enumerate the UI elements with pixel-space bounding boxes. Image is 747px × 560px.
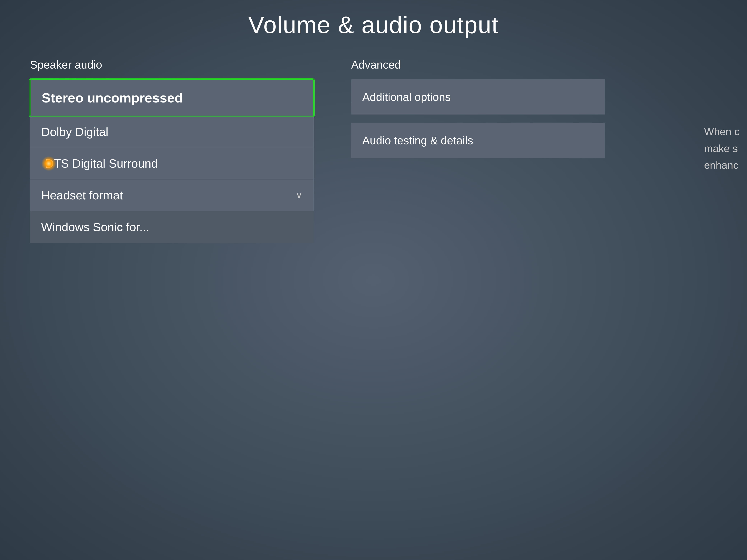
dropdown-item-headset-label: Headset format <box>41 188 123 202</box>
speaker-audio-section: Speaker audio Stereo uncompressed Dolby … <box>30 58 314 243</box>
additional-options-button[interactable]: Additional options <box>351 79 605 114</box>
page-title: Volume & audio output <box>0 0 747 47</box>
advanced-label: Advanced <box>351 58 605 71</box>
far-right-line3: enhanc <box>704 157 740 174</box>
far-right-line1: When c <box>704 123 740 140</box>
dropdown-item-dts[interactable]: DTS Digital Surround <box>30 148 313 180</box>
audio-format-dropdown[interactable]: Stereo uncompressed Dolby Digital DTS Di… <box>30 79 314 243</box>
dropdown-item-windows-sonic[interactable]: Windows Sonic for... <box>30 211 314 243</box>
dropdown-item-dts-label: DTS Digital Surround <box>45 157 158 170</box>
chevron-down-icon: ∨ <box>296 190 302 201</box>
dropdown-list: Dolby Digital DTS Digital Surround Heads… <box>30 116 314 211</box>
advanced-section: Advanced Additional options Audio testin… <box>351 58 605 166</box>
dropdown-item-dolby[interactable]: Dolby Digital <box>30 116 313 148</box>
far-right-line2: make s <box>704 140 740 157</box>
speaker-audio-label: Speaker audio <box>30 58 314 71</box>
audio-testing-button[interactable]: Audio testing & details <box>351 123 605 158</box>
dropdown-item-dolby-label: Dolby Digital <box>41 125 108 138</box>
far-right-description: When c make s enhanc <box>704 123 740 174</box>
dropdown-item-headset[interactable]: Headset format ∨ <box>30 180 313 211</box>
dropdown-selected-option[interactable]: Stereo uncompressed <box>30 79 314 116</box>
